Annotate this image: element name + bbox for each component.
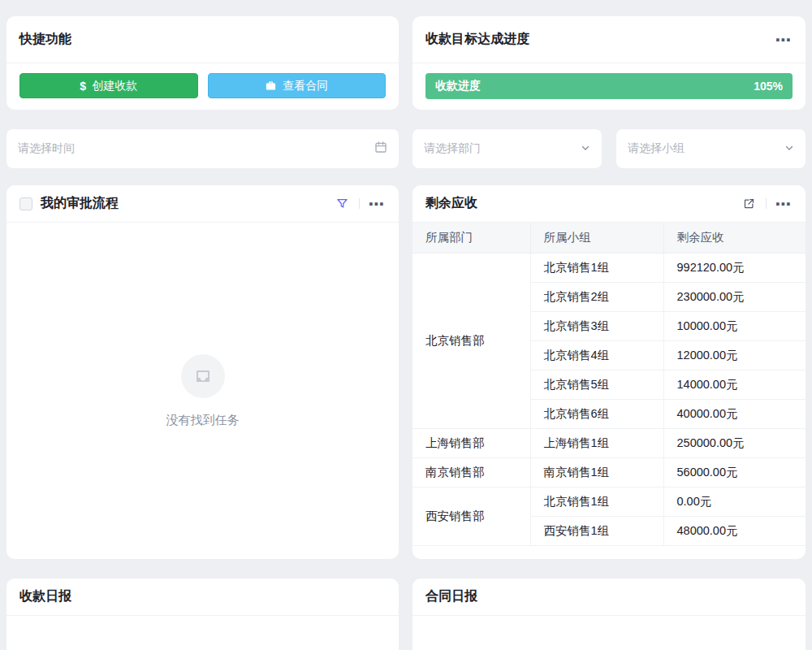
- more-icon[interactable]: ⋯: [775, 195, 793, 213]
- department-cell: 上海销售部: [412, 428, 530, 457]
- group-cell: 南京销售1组: [530, 457, 663, 487]
- time-picker-placeholder: 请选择时间: [18, 141, 75, 156]
- column-header-department: 所属部门: [412, 223, 530, 253]
- column-header-group: 所属小组: [530, 223, 663, 253]
- card-title: 我的审批流程: [41, 195, 119, 212]
- group-cell: 北京销售4组: [530, 340, 663, 370]
- quick-actions-body: $ 创建收款 查看合同: [6, 63, 399, 98]
- progress-card: 收款目标达成进度 ⋯ 收款进度 105%: [412, 16, 806, 110]
- payment-daily-card: 收款日报: [6, 578, 399, 650]
- amount-cell: 0.00元: [663, 487, 806, 516]
- quick-actions-header: 快捷功能: [6, 16, 399, 63]
- amount-cell: 230000.00元: [663, 282, 806, 311]
- group-cell: 北京销售5组: [530, 370, 663, 399]
- amount-cell: 56000.00元: [663, 457, 806, 487]
- progress-card-header: 收款目标达成进度 ⋯: [412, 16, 806, 63]
- quick-actions-card: 快捷功能 $ 创建收款 查看合同: [6, 16, 399, 110]
- card-title: 剩余应收: [425, 195, 477, 212]
- time-picker[interactable]: 请选择时间: [6, 129, 399, 168]
- department-cell: 北京销售部: [412, 253, 530, 428]
- table-row: 北京销售部北京销售1组992120.00元: [412, 253, 806, 282]
- amount-cell: 14000.00元: [663, 370, 806, 399]
- table-header-row: 所属部门 所属小组 剩余应收: [412, 223, 806, 253]
- payment-progress-bar: 收款进度 105%: [425, 73, 793, 99]
- chevron-down-icon: [784, 141, 794, 156]
- card-title: 收款目标达成进度: [425, 31, 529, 48]
- empty-inbox-icon: [181, 354, 225, 398]
- more-icon[interactable]: ⋯: [775, 31, 793, 49]
- column-header-amount: 剩余应收: [663, 223, 806, 253]
- department-select[interactable]: 请选择部门: [412, 129, 602, 168]
- group-cell: 北京销售1组: [530, 487, 663, 516]
- header-divider: [766, 198, 767, 209]
- amount-cell: 48000.00元: [663, 516, 806, 545]
- calendar-icon: [374, 141, 387, 157]
- dashboard-page: 快捷功能 $ 创建收款 查看合同 收款目标达成进度 ⋯ 收款进度 105%: [0, 0, 812, 650]
- receivables-card-header: 剩余应收 ⋯: [412, 185, 806, 223]
- group-select[interactable]: 请选择小组: [616, 129, 806, 168]
- empty-state-text: 没有找到任务: [166, 413, 240, 428]
- table-row: 西安销售部北京销售1组0.00元: [412, 487, 806, 516]
- more-icon[interactable]: ⋯: [368, 195, 386, 213]
- group-cell: 上海销售1组: [530, 428, 663, 457]
- progress-bar-label: 收款进度: [435, 79, 481, 93]
- amount-cell: 40000.00元: [663, 399, 806, 428]
- card-title: 快捷功能: [19, 31, 71, 48]
- dollar-icon: $: [80, 80, 86, 93]
- amount-cell: 992120.00元: [663, 253, 806, 282]
- approval-card: 我的审批流程 ⋯ 没有找到任务: [6, 185, 399, 559]
- receivables-card: 剩余应收 ⋯ 所属部门 所属小组 剩余应收 北京销售部北京销售1组992120.…: [412, 185, 806, 559]
- group-cell: 北京销售6组: [530, 399, 663, 428]
- briefcase-icon: [265, 80, 277, 92]
- table-row: 南京销售部南京销售1组56000.00元: [412, 457, 806, 487]
- filter-icon[interactable]: [333, 195, 351, 213]
- department-cell: 南京销售部: [412, 457, 530, 487]
- group-cell: 北京销售3组: [530, 311, 663, 340]
- create-payment-button[interactable]: $ 创建收款: [19, 73, 198, 98]
- view-contract-label: 查看合同: [283, 79, 328, 93]
- approval-card-header: 我的审批流程 ⋯: [6, 185, 399, 223]
- filter-group: 请选择部门 请选择小组: [412, 129, 806, 168]
- amount-cell: 12000.00元: [663, 340, 806, 370]
- group-cell: 北京销售2组: [530, 282, 663, 311]
- header-divider: [359, 198, 360, 209]
- department-cell: 西安销售部: [412, 487, 530, 545]
- payment-daily-header: 收款日报: [6, 578, 399, 616]
- external-link-icon[interactable]: [740, 195, 758, 213]
- view-contract-button[interactable]: 查看合同: [208, 73, 387, 98]
- receivables-table: 所属部门 所属小组 剩余应收 北京销售部北京销售1组992120.00元北京销售…: [412, 223, 806, 546]
- progress-card-body: 收款进度 105%: [412, 63, 806, 99]
- group-cell: 北京销售1组: [530, 253, 663, 282]
- contract-daily-card: 合同日报: [412, 578, 806, 650]
- progress-bar-value: 105%: [754, 80, 783, 93]
- amount-cell: 10000.00元: [663, 311, 806, 340]
- amount-cell: 250000.00元: [663, 428, 806, 457]
- card-title: 合同日报: [425, 588, 477, 605]
- department-select-placeholder: 请选择部门: [424, 141, 481, 156]
- table-row: 上海销售部上海销售1组250000.00元: [412, 428, 806, 457]
- create-payment-label: 创建收款: [92, 79, 137, 93]
- approval-empty-state: 没有找到任务: [6, 223, 399, 559]
- chevron-down-icon: [581, 141, 590, 156]
- contract-daily-header: 合同日报: [412, 578, 806, 616]
- group-cell: 西安销售1组: [530, 516, 663, 545]
- card-title: 收款日报: [19, 588, 71, 605]
- group-select-placeholder: 请选择小组: [628, 141, 685, 156]
- receivables-table-body: 北京销售部北京销售1组992120.00元北京销售2组230000.00元北京销…: [412, 253, 806, 545]
- approval-checkbox[interactable]: [19, 197, 32, 210]
